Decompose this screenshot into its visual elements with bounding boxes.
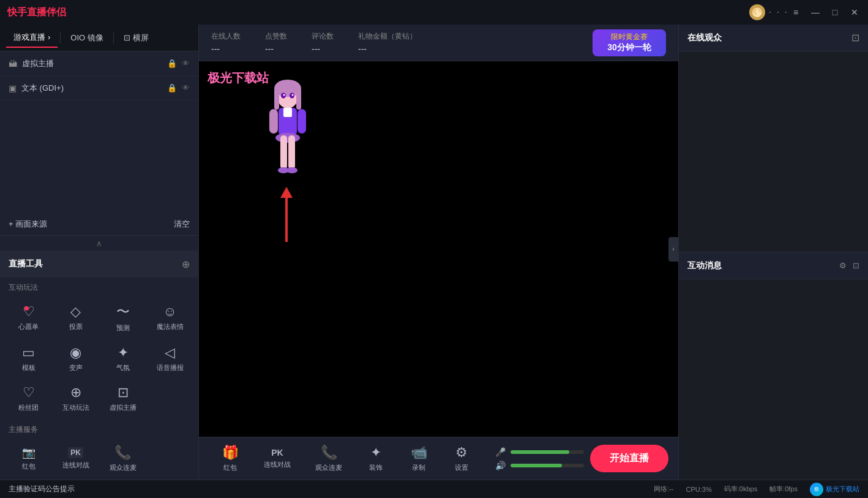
svg-point-16 xyxy=(292,94,294,96)
messages-area xyxy=(679,279,868,480)
network-status: 网络:-- xyxy=(654,485,673,494)
avatar: 🌕 xyxy=(749,4,765,20)
mic-volume-fill xyxy=(511,450,569,454)
tool-template[interactable]: ▭ 模板 xyxy=(6,340,51,377)
stat-gifts: 礼物金额（黄钻） --- xyxy=(358,31,417,54)
add-source-button[interactable]: + 画面来源 xyxy=(9,219,47,230)
bottom-tool-decorate[interactable]: ✦ 装饰 xyxy=(354,441,397,476)
pk-bottom-icon: PK xyxy=(271,448,283,458)
magic-face-icon: ☺ xyxy=(163,304,176,320)
expand-icon-2[interactable]: ⊡ xyxy=(853,261,859,270)
virtual-host-icon: ⊡ xyxy=(118,385,129,401)
tool-predict[interactable]: 〜 预测 xyxy=(100,298,145,338)
scene-item-virtual[interactable]: 🏔 虚拟主播 🔒 👁 xyxy=(0,51,198,76)
interactive-tools-grid: ♡ 心愿单 ◇ 投票 〜 预测 ☺ 魔法表情 xyxy=(0,295,198,420)
start-live-button[interactable]: 开始直播 xyxy=(590,445,668,472)
svg-rect-3 xyxy=(296,88,301,110)
vote-icon: ◇ xyxy=(70,304,81,320)
tool-fan-group[interactable]: ♡ 粉丝团 xyxy=(6,380,51,417)
tool-pk-battle[interactable]: PK 连线对战 xyxy=(53,440,98,477)
eye-icon-2[interactable]: 👁 xyxy=(182,83,190,92)
right-panel: 在线观众 ⊡ 互动消息 ⚙ ⊡ xyxy=(678,25,868,480)
bottom-tool-redpacket[interactable]: 🎁 红包 xyxy=(209,441,252,476)
voice-broadcast-icon: ◁ xyxy=(165,345,175,361)
main-area: 游戏直播 › OIO 镜像 ⊡ 横屏 🏔 虚拟主播 🔒 👁 xyxy=(0,25,868,480)
verify-text[interactable]: 主播验证码公告提示 xyxy=(9,484,75,494)
phone-bottom-icon: 📞 xyxy=(321,445,337,461)
atmosphere-icon: ✦ xyxy=(118,345,129,361)
menu-dots[interactable]: · · · xyxy=(769,7,788,18)
preview-area: 极光下载站 xyxy=(199,61,678,437)
predict-icon: 〜 xyxy=(116,303,130,321)
tool-wishlist[interactable]: ♡ 心愿单 xyxy=(6,298,51,338)
menu-button[interactable]: ≡ xyxy=(787,4,804,21)
svg-marker-18 xyxy=(280,187,293,198)
tool-atmosphere[interactable]: ✦ 气氛 xyxy=(100,340,145,377)
settings-bottom-icon: ⚙ xyxy=(455,445,468,461)
mic-icon: 🎤 xyxy=(495,447,506,457)
redpacket-bottom-icon: 🎁 xyxy=(222,445,239,461)
tool-magic-face[interactable]: ☺ 魔法表情 xyxy=(148,298,192,338)
window-controls: ≡ — □ ✕ xyxy=(787,0,863,25)
scene-list: 🏔 虚拟主播 🔒 👁 ▣ 文本 (GDI+) 🔒 👁 xyxy=(0,51,198,213)
text-icon: ▣ xyxy=(9,83,17,93)
host-services-label: 主播服务 xyxy=(0,420,198,437)
tool-virtual-host[interactable]: ⊡ 虚拟主播 xyxy=(100,380,145,417)
svg-point-8 xyxy=(275,133,300,143)
tab-separator-2 xyxy=(113,32,114,43)
collapse-bar[interactable]: ∧ xyxy=(0,236,198,251)
tool-voice-change[interactable]: ◉ 变声 xyxy=(53,340,98,377)
promo-banner[interactable]: 限时黄金赛 30分钟一轮 xyxy=(593,29,666,56)
maximize-button[interactable]: □ xyxy=(826,4,844,21)
tool-audience-connect[interactable]: 📞 观众连麦 xyxy=(100,440,145,477)
tab-mirror[interactable]: OIO 镜像 xyxy=(63,29,111,47)
redpacket-icon: 📷 xyxy=(22,446,36,459)
expand-icon[interactable]: ⊡ xyxy=(851,32,859,43)
pk-icon: PK xyxy=(68,447,83,458)
minimize-button[interactable]: — xyxy=(807,4,824,21)
interactive-icon: ⊕ xyxy=(70,385,81,401)
bitrate-status: 码率:0kbps xyxy=(724,485,757,494)
speaker-volume-bar[interactable] xyxy=(511,464,584,467)
clear-button[interactable]: 清空 xyxy=(174,219,190,230)
tool-vote[interactable]: ◇ 投票 xyxy=(53,298,98,338)
scene-tab-bar: 游戏直播 › OIO 镜像 ⊡ 横屏 xyxy=(0,25,198,51)
statusbar: 主播验证码公告提示 网络:-- CPU:3% 码率:0kbps 帧率:0fps … xyxy=(0,480,868,498)
record-bottom-icon: 📹 xyxy=(411,445,427,461)
cpu-status: CPU:3% xyxy=(686,486,712,493)
interactive-category-label: 互动玩法 xyxy=(0,277,198,295)
mic-volume-bar[interactable] xyxy=(511,450,584,454)
template-icon: ▭ xyxy=(22,345,35,361)
speaker-volume-row: 🔊 xyxy=(495,461,584,470)
lock-icon[interactable]: 🔒 xyxy=(167,59,177,68)
tool-interactive[interactable]: ⊕ 互动玩法 xyxy=(53,380,98,417)
svg-point-15 xyxy=(283,94,285,96)
phone-icon: 📞 xyxy=(114,445,131,461)
svg-rect-2 xyxy=(274,88,279,110)
svg-rect-10 xyxy=(288,135,295,169)
bottom-tools-bar: 🎁 红包 PK 连线对战 📞 观众连麦 ✦ 装饰 📹 录制 ⚙ 设置 xyxy=(199,437,678,480)
scene-item-text[interactable]: ▣ 文本 (GDI+) 🔒 👁 xyxy=(0,76,198,100)
close-button[interactable]: ✕ xyxy=(846,4,863,21)
tab-game-live[interactable]: 游戏直播 › xyxy=(6,28,58,48)
volume-section: 🎤 🔊 xyxy=(489,447,590,470)
tool-redpacket[interactable]: 📷 红包 xyxy=(6,440,51,477)
gear-icon[interactable]: ⚙ xyxy=(839,261,847,270)
mountain-icon: 🏔 xyxy=(9,59,17,69)
bottom-tool-pk[interactable]: PK 连线对战 xyxy=(252,444,303,473)
center-panel: 在线人数 --- 点赞数 --- 评论数 --- 礼物金额（黄钻） --- 限时… xyxy=(199,25,678,480)
tab-separator-1 xyxy=(60,32,61,43)
bottom-tool-record[interactable]: 📹 录制 xyxy=(397,441,440,476)
watermark: 极光下载站 xyxy=(208,70,269,86)
stat-online: 在线人数 --- xyxy=(211,31,241,54)
tool-voice-broadcast[interactable]: ◁ 语音播报 xyxy=(148,340,192,377)
lock-icon-2[interactable]: 🔒 xyxy=(167,83,177,92)
right-panel-collapse[interactable]: › xyxy=(668,237,678,262)
more-icon[interactable]: ⊕ xyxy=(182,258,190,270)
eye-icon[interactable]: 👁 xyxy=(182,59,190,68)
avatar-area: 🌕 · · · xyxy=(749,4,788,20)
bottom-tool-connect[interactable]: 📞 观众连麦 xyxy=(303,441,354,476)
scene-actions: 🔒 👁 xyxy=(167,59,190,68)
tab-landscape[interactable]: ⊡ 横屏 xyxy=(116,29,156,47)
bottom-tool-settings[interactable]: ⚙ 设置 xyxy=(440,441,483,476)
